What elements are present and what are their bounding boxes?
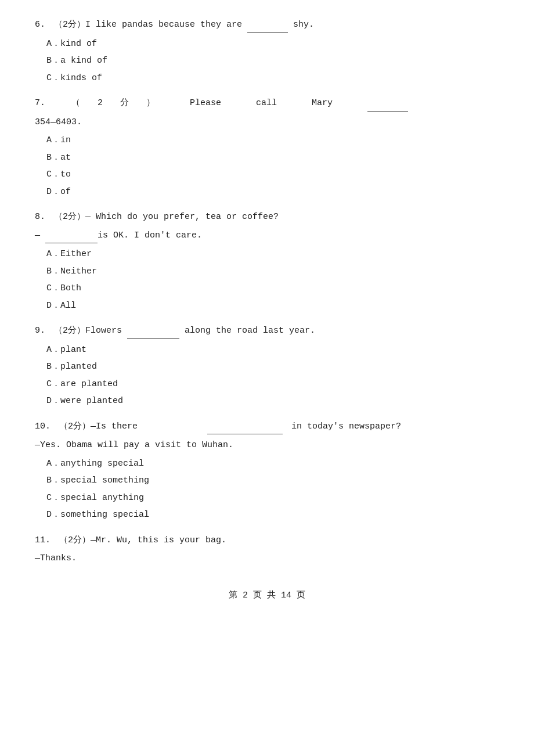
q6-number: 6. <box>35 20 54 30</box>
q8-option-b: B．Neither <box>46 264 499 279</box>
q7-option-c: C．to <box>46 167 499 182</box>
question-7-text: 7. （ 2 分 ） Please call Mary <box>35 96 499 111</box>
q10-option-a: A．anything special <box>46 456 499 471</box>
question-6: 6. （2分）I like pandas because they are sh… <box>35 17 499 85</box>
question-6-text: 6. （2分）I like pandas because they are sh… <box>35 17 499 33</box>
question-9-text: 9. （2分）Flowers along the road last year. <box>35 323 499 339</box>
q6-option-a: A．kind of <box>46 37 499 52</box>
q10-number: 10. <box>35 422 59 431</box>
q6-option-b: B．a kind of <box>46 53 499 69</box>
question-10: 10. （2分）—Is there in today's newspaper? … <box>35 419 499 523</box>
q8-option-c: C．Both <box>46 281 499 296</box>
q9-option-b: B．planted <box>46 359 499 375</box>
q8-option-a: A．Either <box>46 247 499 262</box>
q10-option-c: C．special anything <box>46 491 499 506</box>
q6-points: （2分） <box>54 20 85 30</box>
question-9: 9. （2分）Flowers along the road last year.… <box>35 323 499 409</box>
q8-option-d: D．All <box>46 298 499 314</box>
q7-option-b: B．at <box>46 150 499 165</box>
q8-points: （2分） <box>54 212 85 222</box>
question-7: 7. （ 2 分 ） Please call Mary 354—6403. A．… <box>35 96 499 199</box>
q9-number: 9. <box>35 326 54 336</box>
q8-number: 8. <box>35 212 54 222</box>
q9-option-a: A．plant <box>46 343 499 358</box>
q11-content: —Mr. Wu, this is your bag. <box>91 535 226 545</box>
page-footer: 第 2 页 共 14 页 <box>35 589 499 600</box>
q7-number: 7. （ 2 分 ） Please call Mary <box>35 98 408 108</box>
q8-content: — Which do you prefer, tea or coffee? <box>85 212 279 222</box>
footer-text: 第 2 页 共 14 页 <box>229 591 305 600</box>
q10-option-d: D．something special <box>46 507 499 523</box>
q6-content: I like pandas because they are shy. <box>85 20 314 30</box>
q11-points: （2分） <box>59 535 91 545</box>
q7-option-d: D．of <box>46 185 499 200</box>
question-11: 11. （2分）—Mr. Wu, this is your bag. —Than… <box>35 533 499 566</box>
q11-subtext: —Thanks. <box>35 551 499 566</box>
q7-wrap: 354—6403. <box>35 115 499 130</box>
q10-content: —Is there in today's newspaper? <box>91 422 401 431</box>
q7-option-a: A．in <box>46 133 499 148</box>
q10-blank <box>207 419 283 435</box>
q10-subtext: —Yes. Obama will pay a visit to Wuhan. <box>35 438 499 453</box>
q9-option-c: C．are planted <box>46 377 499 392</box>
q9-option-d: D．were planted <box>46 394 499 409</box>
q11-number: 11. <box>35 535 59 545</box>
q9-points: （2分） <box>54 326 85 336</box>
q8-blank <box>45 228 98 244</box>
q6-blank <box>247 17 288 33</box>
question-10-text: 10. （2分）—Is there in today's newspaper? <box>35 419 499 435</box>
q9-content: Flowers along the road last year. <box>85 326 315 336</box>
q10-points: （2分） <box>59 422 91 431</box>
q9-blank <box>127 323 179 339</box>
q10-option-b: B．special something <box>46 473 499 488</box>
q7-blank <box>367 96 408 111</box>
question-8: 8. （2分）— Which do you prefer, tea or cof… <box>35 210 499 313</box>
q8-subtext: — is OK. I don't care. <box>35 228 499 244</box>
question-11-text: 11. （2分）—Mr. Wu, this is your bag. <box>35 533 499 548</box>
question-8-text: 8. （2分）— Which do you prefer, tea or cof… <box>35 210 499 225</box>
q6-option-c: C．kinds of <box>46 71 499 86</box>
